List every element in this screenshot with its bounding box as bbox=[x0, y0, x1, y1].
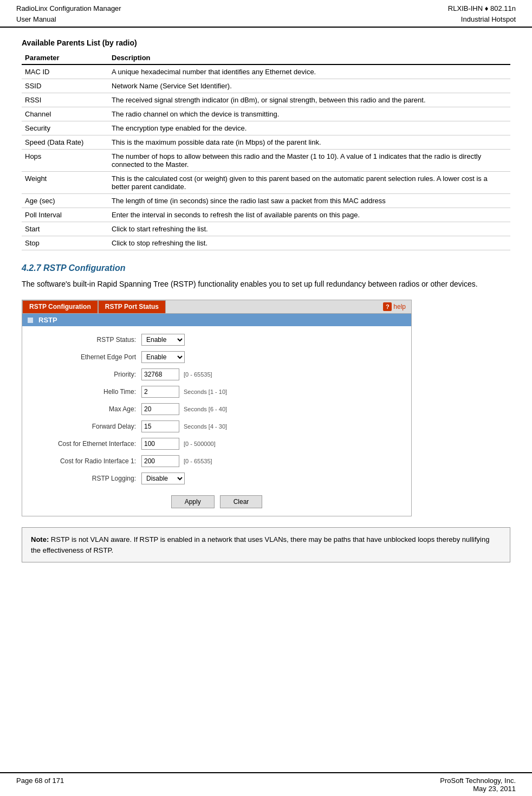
rstp-bar-icon bbox=[28, 318, 33, 323]
table-row: Speed (Data Rate)This is the maximum pos… bbox=[22, 135, 510, 150]
param-name: Security bbox=[22, 121, 108, 135]
table-row: SSIDNetwork Name (Service Set Identifier… bbox=[22, 79, 510, 93]
form-input-cost-for-radio-interface-1-[interactable] bbox=[141, 455, 179, 467]
form-control-area: Seconds [6 - 40] bbox=[141, 403, 227, 415]
form-field-label: Cost for Radio Interface 1: bbox=[33, 457, 141, 465]
form-control-area: Seconds [4 - 30] bbox=[141, 420, 227, 432]
rstp-tabs-row: RSTP Configuration RSTP Port Status ? he… bbox=[22, 300, 411, 314]
form-row: RSTP Logging:DisableEnable bbox=[33, 473, 400, 484]
form-button-row: ApplyClear bbox=[33, 492, 400, 508]
page-header: RadioLinx Configuration Manager User Man… bbox=[0, 0, 532, 28]
header-app-name: RadioLinx Configuration Manager bbox=[16, 3, 121, 14]
help-link[interactable]: ? help bbox=[378, 300, 411, 313]
param-name: Poll Interval bbox=[22, 208, 108, 222]
form-row: Ethernet Edge PortEnableDisable bbox=[33, 351, 400, 363]
form-input-priority-[interactable] bbox=[141, 368, 179, 380]
param-desc: The number of hops to allow between this… bbox=[108, 150, 510, 172]
form-input-hello-time-[interactable] bbox=[141, 386, 179, 398]
footer-company: ProSoft Technology, Inc. May 23, 2011 bbox=[440, 776, 516, 793]
page-footer: Page 68 of 171 ProSoft Technology, Inc. … bbox=[0, 772, 532, 796]
rstp-header-bar: RSTP bbox=[22, 314, 411, 326]
header-right: RLXIB-IHN ♦ 802.11n Industrial Hotspot bbox=[448, 3, 516, 24]
col-description: Description bbox=[108, 51, 510, 64]
param-name: MAC ID bbox=[22, 64, 108, 79]
header-product: RLXIB-IHN ♦ 802.11n bbox=[448, 3, 516, 14]
param-name: Stop bbox=[22, 236, 108, 250]
param-table: Parameter Description MAC IDA unique hex… bbox=[22, 51, 510, 250]
param-name: Speed (Data Rate) bbox=[22, 135, 108, 150]
form-row: Cost for Ethernet Interface:[0 - 500000] bbox=[33, 438, 400, 450]
form-hint: [0 - 500000] bbox=[184, 441, 216, 447]
help-icon: ? bbox=[383, 302, 392, 311]
table-row: StartClick to start refreshing the list. bbox=[22, 222, 510, 236]
help-label: help bbox=[393, 303, 406, 310]
param-name: Channel bbox=[22, 107, 108, 121]
form-control-area: [0 - 65535] bbox=[141, 368, 212, 380]
param-name: RSSI bbox=[22, 93, 108, 107]
form-hint: [0 - 65535] bbox=[184, 458, 212, 464]
note-label: Note: bbox=[31, 535, 49, 543]
table-row: Poll IntervalEnter the interval in secon… bbox=[22, 208, 510, 222]
param-desc: The received signal strength indicator (… bbox=[108, 93, 510, 107]
form-hint: [0 - 65535] bbox=[184, 371, 212, 378]
table-row: MAC IDA unique hexadecimal number that i… bbox=[22, 64, 510, 79]
form-select-rstp-status-[interactable]: EnableDisable bbox=[141, 334, 185, 346]
note-text: RSTP is not VLAN aware. If RSTP is enabl… bbox=[31, 535, 489, 554]
table-row: HopsThe number of hops to allow between … bbox=[22, 150, 510, 172]
note-box: Note: RSTP is not VLAN aware. If RSTP is… bbox=[22, 527, 510, 562]
table-row: RSSIThe received signal strength indicat… bbox=[22, 93, 510, 107]
table-row: ChannelThe radio channel on which the de… bbox=[22, 107, 510, 121]
param-desc: Click to stop refreshing the list. bbox=[108, 236, 510, 250]
apply-button[interactable]: Apply bbox=[171, 495, 215, 508]
form-hint: Seconds [4 - 30] bbox=[184, 423, 227, 430]
table-row: StopClick to stop refreshing the list. bbox=[22, 236, 510, 250]
param-desc: This is the maximum possible data rate (… bbox=[108, 135, 510, 150]
form-field-label: Max Age: bbox=[33, 405, 141, 413]
rstp-form-body: RSTP Status:EnableDisableEthernet Edge P… bbox=[22, 326, 411, 516]
form-field-label: Priority: bbox=[33, 371, 141, 378]
section-427-body: The software's built-in Rapid Spanning T… bbox=[22, 279, 510, 290]
param-name: Age (sec) bbox=[22, 194, 108, 208]
tab-rstp-port-status[interactable]: RSTP Port Status bbox=[98, 300, 166, 313]
param-name: SSID bbox=[22, 79, 108, 93]
param-desc: This is the calculated cost (or weight) … bbox=[108, 172, 510, 194]
form-control-area: DisableEnable bbox=[141, 473, 185, 484]
param-desc: The encryption type enabled for the devi… bbox=[108, 121, 510, 135]
form-select-rstp-logging-[interactable]: DisableEnable bbox=[141, 473, 185, 484]
param-desc: The radio channel on which the device is… bbox=[108, 107, 510, 121]
form-field-label: Ethernet Edge Port bbox=[33, 353, 141, 361]
footer-page-number: Page 68 of 171 bbox=[16, 776, 64, 793]
form-control-area: EnableDisable bbox=[141, 334, 185, 346]
form-hint: Seconds [1 - 10] bbox=[184, 389, 227, 395]
table-row: Age (sec)The length of time (in seconds)… bbox=[22, 194, 510, 208]
form-field-label: Forward Delay: bbox=[33, 423, 141, 430]
rstp-panel: RSTP Configuration RSTP Port Status ? he… bbox=[22, 300, 412, 516]
header-doc-type: User Manual bbox=[16, 14, 121, 25]
col-parameter: Parameter bbox=[22, 51, 108, 64]
form-input-forward-delay-[interactable] bbox=[141, 420, 179, 432]
rstp-bar-label: RSTP bbox=[38, 316, 57, 324]
table-row: SecurityThe encryption type enabled for … bbox=[22, 121, 510, 135]
form-row: Priority:[0 - 65535] bbox=[33, 368, 400, 380]
form-row: Hello Time:Seconds [1 - 10] bbox=[33, 386, 400, 398]
param-desc: A unique hexadecimal number that identif… bbox=[108, 64, 510, 79]
form-hint: Seconds [6 - 40] bbox=[184, 406, 227, 412]
param-desc: Enter the interval in seconds to refresh… bbox=[108, 208, 510, 222]
param-desc: Click to start refreshing the list. bbox=[108, 222, 510, 236]
form-input-max-age-[interactable] bbox=[141, 403, 179, 415]
table-section-title: Available Parents List (by radio) bbox=[22, 38, 510, 47]
form-row: Max Age:Seconds [6 - 40] bbox=[33, 403, 400, 415]
form-row: RSTP Status:EnableDisable bbox=[33, 334, 400, 346]
form-control-area: [0 - 500000] bbox=[141, 438, 216, 450]
form-select-ethernet-edge-port[interactable]: EnableDisable bbox=[141, 351, 185, 363]
clear-button[interactable]: Clear bbox=[220, 495, 263, 508]
form-control-area: [0 - 65535] bbox=[141, 455, 212, 467]
param-name: Hops bbox=[22, 150, 108, 172]
form-control-area: EnableDisable bbox=[141, 351, 185, 363]
form-field-label: RSTP Logging: bbox=[33, 475, 141, 482]
form-input-cost-for-ethernet-interface-[interactable] bbox=[141, 438, 179, 450]
tab-rstp-configuration[interactable]: RSTP Configuration bbox=[22, 300, 98, 313]
form-field-label: Hello Time: bbox=[33, 388, 141, 396]
param-name: Start bbox=[22, 222, 108, 236]
header-left: RadioLinx Configuration Manager User Man… bbox=[16, 3, 121, 24]
